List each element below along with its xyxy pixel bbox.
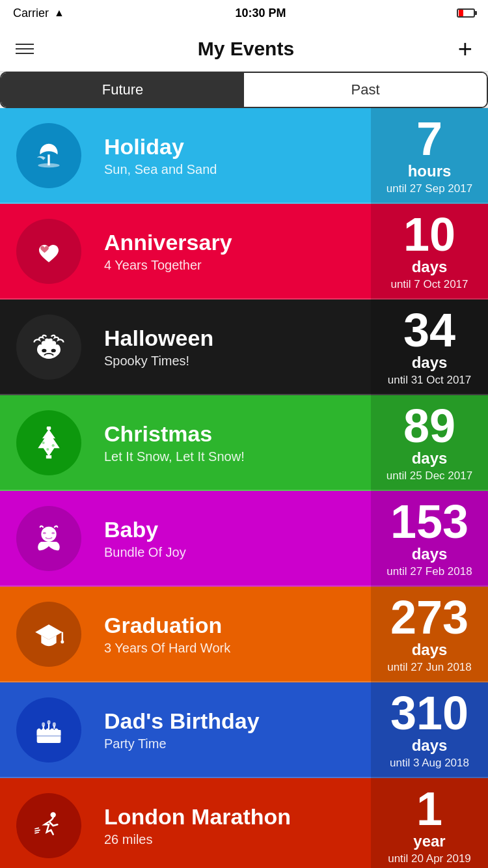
event-icon-holiday <box>16 123 81 188</box>
event-icon-wrap-holiday <box>0 107 98 203</box>
event-countdown-graduation: 273 days until 27 Jun 2018 <box>371 586 488 682</box>
countdown-date-marathon: until 20 Apr 2019 <box>388 852 471 865</box>
countdown-number-holiday: 7 <box>416 115 442 162</box>
menu-button[interactable] <box>16 44 34 54</box>
svg-point-22 <box>47 720 51 725</box>
event-info-baby: Baby Bundle Of Joy <box>98 517 371 560</box>
countdown-unit-halloween: days <box>412 354 448 372</box>
event-icon-wrap-marathon <box>0 777 98 868</box>
event-subtitle-birthday: Party Time <box>104 736 364 751</box>
event-name-birthday: Dad's Birthday <box>104 708 364 734</box>
event-countdown-anniversary: 10 days until 7 Oct 2017 <box>371 203 488 299</box>
countdown-date-graduation: until 27 Jun 2018 <box>387 661 472 674</box>
event-card-christmas[interactable]: Christmas Let It Snow, Let It Snow! 89 d… <box>0 395 488 491</box>
svg-line-25 <box>34 828 39 829</box>
event-info-marathon: London Marathon 26 miles <box>98 804 371 847</box>
svg-point-6 <box>42 441 45 443</box>
event-info-graduation: Graduation 3 Years Of Hard Work <box>98 613 371 656</box>
add-event-button[interactable]: + <box>458 36 472 61</box>
countdown-unit-christmas: days <box>412 449 448 468</box>
svg-point-8 <box>46 447 49 450</box>
countdown-number-christmas: 89 <box>403 402 455 449</box>
page-title: My Events <box>198 38 294 60</box>
svg-point-24 <box>51 812 56 817</box>
svg-point-3 <box>51 348 56 352</box>
event-card-baby[interactable]: Baby Bundle Of Joy 153 days until 27 Feb… <box>0 491 488 587</box>
event-name-holiday: Holiday <box>104 134 364 160</box>
countdown-unit-baby: days <box>412 545 448 564</box>
event-icon-graduation <box>16 602 81 667</box>
event-name-baby: Baby <box>104 517 364 542</box>
event-icon-wrap-halloween <box>0 299 98 395</box>
countdown-number-baby: 153 <box>390 498 468 545</box>
event-icon-wrap-baby <box>0 490 98 586</box>
event-info-halloween: Halloween Spooky Times! <box>98 326 371 369</box>
countdown-number-birthday: 310 <box>390 690 468 736</box>
segment-control: Future Past <box>0 72 488 108</box>
svg-line-26 <box>34 830 40 831</box>
countdown-date-holiday: until 27 Sep 2017 <box>386 182 472 195</box>
status-right <box>457 8 475 18</box>
event-icon-birthday <box>16 697 81 763</box>
event-card-graduation[interactable]: Graduation 3 Years Of Hard Work 273 days… <box>0 587 488 682</box>
event-card-halloween[interactable]: Halloween Spooky Times! 34 days until 31… <box>0 300 488 395</box>
countdown-unit-holiday: hours <box>408 162 452 181</box>
svg-point-10 <box>41 526 56 541</box>
svg-point-2 <box>42 348 46 352</box>
event-icon-wrap-birthday <box>0 682 98 777</box>
event-icon-wrap-christmas <box>0 395 98 490</box>
hamburger-line-2 <box>16 48 34 49</box>
countdown-unit-birthday: days <box>412 736 448 755</box>
segment-past[interactable]: Past <box>244 73 487 107</box>
countdown-number-graduation: 273 <box>390 594 468 641</box>
event-subtitle-holiday: Sun, Sea and Sand <box>104 162 364 177</box>
event-subtitle-halloween: Spooky Times! <box>104 354 364 369</box>
event-info-christmas: Christmas Let It Snow, Let It Snow! <box>98 421 371 464</box>
countdown-number-halloween: 34 <box>403 307 455 354</box>
event-icon-marathon <box>16 793 81 858</box>
event-card-anniversary[interactable]: Anniversary 4 Years Together 10 days unt… <box>0 204 488 300</box>
svg-point-23 <box>53 722 56 727</box>
event-countdown-holiday: 7 hours until 27 Sep 2017 <box>371 107 488 203</box>
battery-fill <box>459 10 463 16</box>
event-card-holiday[interactable]: Holiday Sun, Sea and Sand 7 hours until … <box>0 108 488 204</box>
countdown-number-marathon: 1 <box>416 785 442 832</box>
event-info-birthday: Dad's Birthday Party Time <box>98 708 371 751</box>
countdown-date-anniversary: until 7 Oct 2017 <box>390 278 468 291</box>
event-icon-christmas <box>16 410 81 475</box>
segment-future[interactable]: Future <box>1 73 244 107</box>
event-countdown-baby: 153 days until 27 Feb 2018 <box>371 490 488 586</box>
event-subtitle-graduation: 3 Years Of Hard Work <box>104 641 364 656</box>
event-name-anniversary: Anniversary <box>104 230 364 255</box>
event-name-halloween: Halloween <box>104 326 364 351</box>
svg-point-15 <box>61 640 64 643</box>
countdown-number-anniversary: 10 <box>403 211 455 258</box>
event-subtitle-marathon: 26 miles <box>104 832 364 847</box>
event-icon-wrap-anniversary <box>0 203 98 299</box>
event-countdown-christmas: 89 days until 25 Dec 2017 <box>371 395 488 490</box>
event-info-holiday: Holiday Sun, Sea and Sand <box>98 134 371 177</box>
status-left: Carrier ▲ <box>13 7 64 20</box>
svg-point-5 <box>47 427 51 430</box>
hamburger-line-3 <box>16 53 34 54</box>
svg-point-21 <box>42 722 45 727</box>
countdown-date-birthday: until 3 Aug 2018 <box>390 757 469 770</box>
svg-rect-9 <box>46 455 51 458</box>
wifi-icon: ▲ <box>54 7 64 19</box>
event-card-marathon[interactable]: London Marathon 26 miles 1 year until 20… <box>0 778 488 868</box>
svg-rect-1 <box>47 154 49 165</box>
event-name-christmas: Christmas <box>104 421 364 447</box>
carrier-label: Carrier <box>13 7 49 20</box>
hamburger-line-1 <box>16 44 34 45</box>
event-countdown-marathon: 1 year until 20 Apr 2019 <box>371 777 488 868</box>
countdown-unit-marathon: year <box>413 832 445 851</box>
event-card-birthday[interactable]: Dad's Birthday Party Time 310 days until… <box>0 682 488 778</box>
svg-point-11 <box>43 532 46 534</box>
event-icon-anniversary <box>16 219 81 284</box>
svg-rect-17 <box>37 735 61 736</box>
svg-point-12 <box>51 532 55 534</box>
event-name-graduation: Graduation <box>104 613 364 638</box>
event-icon-wrap-graduation <box>0 586 98 682</box>
event-icon-baby <box>16 506 81 571</box>
countdown-unit-graduation: days <box>412 641 448 660</box>
